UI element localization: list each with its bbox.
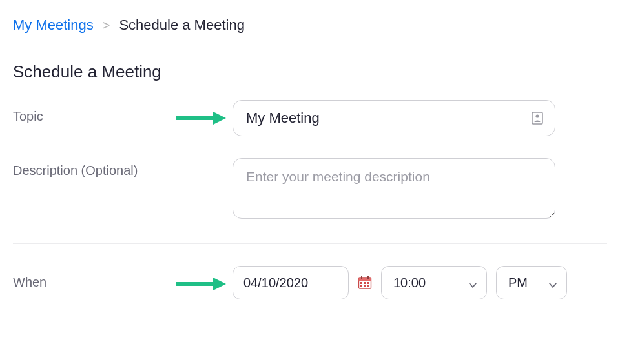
when-row: When: [13, 266, 607, 299]
svg-rect-14: [364, 285, 366, 287]
description-label-text: Description (Optional): [13, 163, 138, 177]
breadcrumb: My Meetings > Schedule a Meeting: [0, 0, 620, 40]
topic-label: Topic: [13, 100, 232, 124]
svg-rect-11: [364, 282, 366, 284]
time-select[interactable]: 10:00: [381, 266, 487, 299]
breadcrumb-current: Schedule a Meeting: [119, 17, 244, 34]
date-input[interactable]: [232, 266, 349, 299]
svg-marker-5: [213, 278, 226, 290]
chevron-down-icon: [468, 278, 477, 287]
svg-rect-10: [360, 282, 362, 284]
ampm-select[interactable]: PM: [496, 266, 567, 299]
svg-rect-15: [367, 285, 369, 287]
section-divider: [13, 243, 607, 244]
svg-rect-13: [360, 285, 362, 287]
svg-marker-1: [213, 112, 226, 125]
breadcrumb-link-my-meetings[interactable]: My Meetings: [13, 17, 94, 34]
time-select-value: 10:00: [393, 276, 426, 290]
svg-point-3: [535, 114, 539, 117]
description-row: Description (Optional): [13, 158, 607, 221]
when-label-text: When: [13, 275, 46, 289]
annotation-arrow-icon: [176, 112, 226, 125]
schedule-meeting-form: Topic Descr: [0, 94, 620, 299]
topic-row: Topic: [13, 100, 607, 136]
svg-rect-2: [532, 112, 542, 124]
svg-rect-8: [361, 276, 362, 279]
when-label: When: [13, 266, 232, 290]
svg-rect-7: [359, 278, 371, 281]
breadcrumb-separator: >: [103, 18, 110, 33]
svg-rect-12: [367, 282, 369, 284]
annotation-arrow-icon: [176, 278, 226, 290]
description-textarea[interactable]: [232, 158, 555, 219]
description-label: Description (Optional): [13, 158, 232, 178]
topic-input[interactable]: [232, 100, 555, 136]
page-title: Schedule a Meeting: [0, 40, 620, 94]
svg-rect-9: [367, 276, 369, 279]
ampm-select-value: PM: [508, 276, 528, 290]
topic-input-wrap: [232, 100, 555, 136]
when-controls: 10:00 PM: [232, 266, 567, 299]
topic-label-text: Topic: [13, 109, 43, 123]
contact-card-icon: [531, 111, 544, 125]
calendar-icon[interactable]: [358, 276, 372, 290]
chevron-down-icon: [548, 278, 557, 287]
